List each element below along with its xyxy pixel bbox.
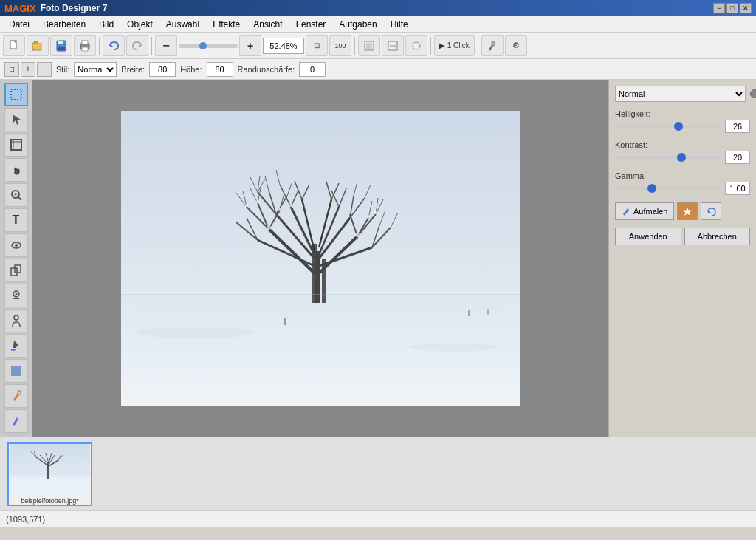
brush-effects-button[interactable] (481, 35, 504, 56)
star-icon (682, 206, 693, 216)
gamma-value-input[interactable] (725, 182, 750, 195)
kontrast-value-input[interactable] (725, 151, 750, 164)
selection-tool[interactable] (4, 83, 28, 106)
menu-auswahl[interactable]: Auswahl (160, 18, 205, 31)
settings-button[interactable]: ⚙ (505, 35, 527, 56)
menu-aufgaben[interactable]: Aufgaben (333, 18, 382, 31)
arrow-tool[interactable] (4, 108, 28, 131)
color-rect-tool[interactable] (4, 359, 28, 383)
main-area: T (0, 80, 756, 437)
zoom-tool[interactable] (4, 183, 28, 207)
svg-marker-18 (13, 115, 21, 125)
menu-datei[interactable]: Datei (3, 18, 35, 31)
randunschaerfe-label: Randunschärfe: (238, 65, 295, 74)
randunschaerfe-input[interactable] (299, 62, 326, 77)
new-selection-icon[interactable]: □ (4, 62, 19, 77)
svg-rect-16 (492, 41, 495, 46)
print-button[interactable] (74, 35, 96, 56)
kontrast-slider-track[interactable] (615, 156, 722, 159)
thumbnail-label: beispielfotoben.jpg* (21, 497, 79, 505)
gamma-slider-track[interactable] (615, 187, 722, 190)
aufmalen-button[interactable]: Aufmalen (615, 202, 674, 220)
svg-rect-112 (10, 477, 90, 496)
person-tool[interactable] (4, 309, 28, 332)
svg-point-96 (256, 200, 259, 203)
effects-button-3[interactable] (405, 35, 427, 56)
redo-button[interactable] (126, 35, 148, 56)
svg-marker-109 (683, 207, 692, 216)
svg-point-33 (14, 315, 18, 320)
zoom-100-button[interactable]: 100 (329, 35, 351, 56)
zoom-input[interactable] (263, 38, 304, 54)
crop-tool[interactable] (4, 133, 28, 157)
effects-button-2[interactable] (382, 35, 404, 56)
zoom-slider[interactable] (179, 44, 238, 48)
add-selection-icon[interactable]: + (21, 62, 35, 77)
reset-icon-button[interactable] (701, 202, 721, 220)
menu-bild[interactable]: Bild (93, 18, 120, 31)
eye-tool[interactable] (4, 233, 28, 257)
preset-icon-button[interactable] (677, 202, 698, 220)
app-title: Foto Designer 7 (41, 3, 108, 13)
stamp-tool[interactable] (4, 284, 28, 307)
helligkeit-slider-track[interactable] (615, 125, 722, 128)
subtract-selection-icon[interactable]: − (37, 62, 52, 77)
zoom-out-button[interactable]: − (155, 35, 177, 56)
fill-tool[interactable] (4, 334, 28, 358)
width-input[interactable] (149, 62, 176, 77)
opacity-slider-thumb[interactable] (750, 89, 756, 98)
hand-tool[interactable] (4, 158, 28, 182)
style-label: Stil: (56, 65, 69, 74)
text-tool[interactable]: T (4, 208, 28, 232)
left-toolbar: T (0, 80, 32, 437)
undo-button[interactable] (103, 35, 125, 56)
menu-effekte[interactable]: Effekte (207, 18, 246, 31)
abbrechen-button[interactable]: Abbrechen (684, 228, 751, 245)
svg-point-101 (367, 215, 370, 218)
svg-rect-32 (13, 298, 19, 299)
style-select[interactable]: Normal (74, 62, 117, 77)
zoom-slider-thumb[interactable] (199, 42, 207, 49)
menu-ansicht[interactable]: Ansicht (247, 18, 288, 31)
zoom-display (263, 38, 304, 54)
close-button[interactable]: ✕ (740, 3, 752, 13)
separator-1 (99, 37, 100, 55)
oneclick-button[interactable]: ▶ 1 Click (434, 35, 475, 56)
menu-objekt[interactable]: Objekt (121, 18, 159, 31)
effects-button-1[interactable] (358, 35, 380, 56)
titlebar-controls[interactable]: − □ ✕ (713, 3, 752, 13)
helligkeit-label: Helligkeit: (615, 109, 750, 118)
options-icons-group: □ + − (4, 62, 52, 77)
helligkeit-slider-thumb[interactable] (674, 122, 683, 131)
save-button[interactable] (50, 35, 72, 56)
helligkeit-value-input[interactable] (725, 120, 750, 133)
svg-rect-105 (468, 310, 470, 316)
minimize-button[interactable]: − (713, 3, 725, 13)
kontrast-group: Kontrast: (615, 140, 750, 164)
menu-bearbeiten[interactable]: Bearbeiten (37, 18, 92, 31)
svg-rect-8 (82, 47, 88, 51)
kontrast-slider-thumb[interactable] (677, 153, 686, 162)
zoom-fit-button[interactable]: ⊡ (306, 35, 328, 56)
maximize-button[interactable]: □ (726, 3, 738, 13)
brush-tool[interactable] (4, 384, 28, 408)
zoom-in-button[interactable]: + (239, 35, 261, 56)
menu-hilfe[interactable]: Hilfe (385, 18, 414, 31)
gamma-slider-thumb[interactable] (647, 184, 656, 193)
canvas-area[interactable] (32, 80, 608, 437)
svg-rect-34 (11, 366, 21, 376)
pen-tool[interactable] (4, 409, 28, 433)
blend-mode-select[interactable]: Normal (615, 86, 746, 102)
new-button[interactable] (3, 35, 25, 56)
svg-rect-106 (487, 309, 489, 315)
thumbnail-item[interactable]: beispielfotoben.jpg* (7, 442, 92, 506)
open-button[interactable] (27, 35, 49, 56)
height-input[interactable] (207, 62, 233, 77)
anwenden-button[interactable]: Anwenden (615, 228, 681, 245)
right-panel: Normal Helligkeit: Kontrast: (608, 80, 756, 437)
svg-rect-28 (11, 268, 17, 276)
clone-tool[interactable] (4, 259, 28, 282)
reset-icon (706, 206, 716, 216)
titlebar: MAGIX Foto Designer 7 − □ ✕ (0, 0, 756, 16)
menu-fenster[interactable]: Fenster (290, 18, 332, 31)
